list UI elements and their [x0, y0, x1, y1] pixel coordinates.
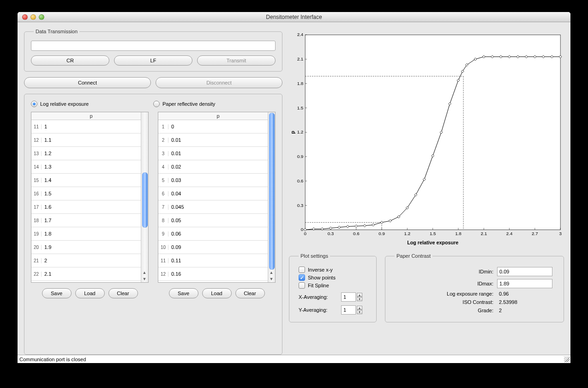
svg-text:0.3: 0.3 — [328, 231, 334, 236]
table-row[interactable]: 10 — [158, 120, 268, 133]
row-value[interactable]: 1.2 — [42, 151, 141, 156]
lf-button[interactable]: LF — [114, 55, 192, 66]
idmax-input[interactable] — [497, 279, 552, 288]
fit-spline-checkbox[interactable] — [299, 282, 305, 289]
zoom-icon[interactable] — [39, 14, 44, 20]
x-averaging-input[interactable] — [341, 292, 356, 302]
show-points-checkbox[interactable] — [299, 274, 305, 281]
table-row[interactable]: 171.6 — [31, 200, 141, 214]
table-row[interactable]: 191.8 — [31, 227, 141, 241]
row-value[interactable]: 0 — [168, 124, 268, 129]
table-row[interactable]: 111 — [31, 120, 141, 133]
row-value[interactable]: 1.1 — [42, 137, 141, 143]
data-transmission-group: Data Transmission CR LF Transmit — [24, 29, 282, 72]
scroll-up-icon[interactable]: ▲ — [268, 269, 275, 276]
table-row[interactable]: 222.1 — [31, 267, 141, 281]
table-row[interactable]: 110.11 — [158, 254, 268, 267]
stepper-up-icon[interactable]: ▲ — [357, 306, 362, 310]
table-row[interactable]: 161.5 — [31, 187, 141, 200]
table-row[interactable]: 151.4 — [31, 174, 141, 187]
row-value[interactable]: 1.3 — [42, 164, 141, 170]
row-value[interactable]: 1.8 — [42, 231, 141, 236]
load-button[interactable]: Load — [75, 288, 105, 298]
row-value[interactable]: 1.6 — [42, 204, 141, 210]
row-value[interactable]: 0.03 — [168, 177, 268, 183]
row-value[interactable]: 0.045 — [168, 204, 268, 210]
row-value[interactable]: 0.11 — [168, 258, 268, 263]
table-row[interactable]: 50.03 — [158, 174, 268, 187]
table-row[interactable]: 90.06 — [158, 227, 268, 241]
titlebar: Densitometer Interface — [18, 12, 570, 22]
table-row[interactable]: 80.05 — [158, 214, 268, 227]
y-averaging-input[interactable] — [341, 305, 356, 315]
row-index: 15 — [31, 178, 42, 183]
clear-button[interactable]: Clear — [108, 288, 138, 298]
table-row[interactable]: 212 — [31, 254, 141, 267]
table-row[interactable]: 131.2 — [31, 147, 141, 160]
row-value[interactable]: 0.06 — [168, 231, 268, 236]
log-exposure-radio[interactable] — [31, 101, 37, 107]
paper-density-radio[interactable] — [153, 101, 160, 107]
table-row[interactable]: 121.1 — [31, 133, 141, 147]
scrollbar[interactable]: ▲ ▼ — [268, 112, 275, 282]
table-row[interactable]: 60.04 — [158, 187, 268, 200]
table-row[interactable]: 120.16 — [158, 267, 268, 281]
row-value[interactable]: 0.05 — [168, 218, 268, 223]
stepper-down-icon[interactable]: ▼ — [357, 297, 362, 301]
stepper-down-icon[interactable]: ▼ — [357, 310, 362, 314]
table-row[interactable]: 201.9 — [31, 241, 141, 254]
row-index: 1 — [158, 124, 168, 129]
log-exposure-label: Log relative exposure — [40, 101, 89, 107]
table-row[interactable]: 30.01 — [158, 147, 268, 160]
cr-button[interactable]: CR — [31, 55, 109, 66]
scroll-down-icon[interactable]: ▼ — [268, 276, 275, 282]
load-button[interactable]: Load — [202, 288, 232, 298]
paper-contrast-group: Paper Contrast IDmin: IDmax: Log exposur… — [385, 253, 564, 322]
disconnect-button[interactable]: Disconnect — [156, 77, 282, 88]
scroll-up-icon[interactable]: ▲ — [141, 269, 148, 276]
scrollbar-thumb[interactable] — [142, 172, 148, 228]
clear-button[interactable]: Clear — [235, 288, 265, 298]
row-value[interactable]: 0.02 — [168, 164, 268, 170]
row-value[interactable]: 1 — [42, 124, 141, 129]
range-value: 0.96 — [497, 291, 557, 297]
connection-row: Connect Disconnect — [24, 77, 282, 88]
connect-button[interactable]: Connect — [24, 77, 151, 88]
inverse-xy-checkbox[interactable] — [299, 267, 305, 273]
table-row[interactable]: 20.01 — [158, 133, 268, 147]
row-value[interactable]: 0.04 — [168, 191, 268, 196]
fit-spline-label: Fit Spline — [308, 283, 329, 288]
transmit-input[interactable] — [31, 41, 276, 51]
minimize-icon[interactable] — [30, 14, 36, 20]
idmin-input[interactable] — [497, 267, 552, 276]
row-index: 21 — [31, 258, 42, 263]
transmit-button[interactable]: Transmit — [197, 55, 276, 66]
row-index: 7 — [158, 205, 168, 210]
row-value[interactable]: 0.16 — [168, 271, 268, 277]
table-row[interactable]: 70.045 — [158, 200, 268, 214]
row-value[interactable]: 2.1 — [42, 271, 141, 277]
row-value[interactable]: 2 — [42, 258, 141, 263]
close-icon[interactable] — [22, 14, 28, 20]
save-button[interactable]: Save — [169, 288, 198, 298]
row-value[interactable]: 0.01 — [168, 137, 268, 143]
row-value[interactable]: 0.01 — [168, 151, 268, 156]
resize-grip-icon[interactable] — [564, 357, 570, 362]
scrollbar[interactable]: ▲ ▼ — [141, 112, 148, 282]
row-value[interactable]: 1.9 — [42, 244, 141, 250]
row-value[interactable]: 1.5 — [42, 191, 141, 196]
table-row[interactable]: 100.09 — [158, 241, 268, 254]
table-row[interactable]: 181.7 — [31, 214, 141, 227]
table-row[interactable]: 141.3 — [31, 160, 141, 174]
stepper-up-icon[interactable]: ▲ — [357, 293, 362, 297]
row-value[interactable]: 1.7 — [42, 218, 141, 223]
row-index: 22 — [31, 272, 42, 277]
plot-settings-group: Plot settings Inverse x-y Show points Fi… — [289, 253, 377, 322]
scroll-down-icon[interactable]: ▼ — [141, 276, 148, 282]
svg-text:1.5: 1.5 — [430, 231, 436, 236]
row-value[interactable]: 0.09 — [168, 244, 268, 250]
table-row[interactable]: 40.02 — [158, 160, 268, 174]
row-value[interactable]: 1.4 — [42, 177, 141, 183]
save-button[interactable]: Save — [42, 288, 72, 298]
scrollbar-thumb[interactable] — [269, 113, 275, 270]
